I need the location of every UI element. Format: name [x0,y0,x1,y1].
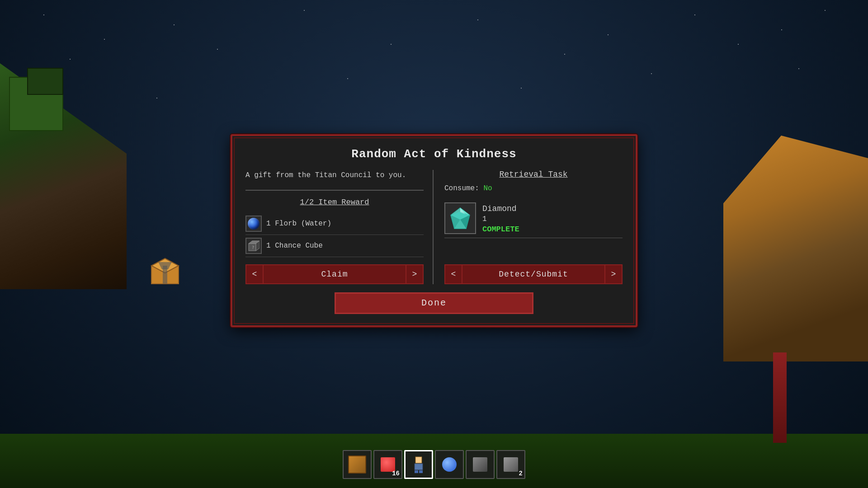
consume-value: No [483,184,492,192]
submit-btn-row: < Detect/Submit > [444,264,623,284]
submit-button[interactable]: Detect/Submit [462,264,604,284]
dialog-overlay: Random Act of Kindness A gift from the T… [0,0,868,488]
claim-button[interactable]: Claim [264,264,406,284]
dialog: Random Act of Kindness A gift from the T… [231,134,637,327]
description-text: A gift from the Titan Council to you. [245,170,424,181]
chance-cube-icon-container: ? [245,238,262,254]
left-panel: A gift from the Titan Council to you. 1/… [245,170,434,284]
consume-line: Consume: No [444,184,623,192]
reward-item-florb: 1 Florb (Water) [245,213,424,235]
done-row: Done [245,292,623,314]
task-status: COMPLETE [482,225,623,234]
claim-next-button[interactable]: > [406,264,424,284]
task-amount: 1 [482,215,623,223]
right-panel: Retrieval Task Consume: No [434,170,623,284]
claim-prev-button[interactable]: < [245,264,264,284]
reward-item-chance-cube: ? 1 Chance Cube [245,235,424,257]
submit-next-button[interactable]: > [604,264,623,284]
task-item-diamond: Diamond 1 COMPLETE [444,199,623,238]
task-info: Diamond 1 COMPLETE [482,202,623,234]
claim-btn-row: < Claim > [245,264,424,284]
dialog-title: Random Act of Kindness [245,147,623,161]
diamond-icon [448,206,472,230]
florb-icon [248,218,259,230]
chance-cube-label: 1 Chance Cube [266,242,323,250]
florb-icon-container [245,216,262,232]
reward-list: 1 Florb (Water) ? [245,213,424,257]
divider [245,190,424,191]
task-name: Diamond [482,204,623,213]
reward-header: 1/2 Item Reward [245,198,424,206]
diamond-icon-container [444,202,476,234]
retrieval-title: Retrieval Task [444,170,623,179]
svg-text:?: ? [252,245,254,250]
florb-label: 1 Florb (Water) [266,220,331,228]
submit-prev-button[interactable]: < [444,264,462,284]
done-button[interactable]: Done [335,292,533,314]
chance-cube-icon: ? [248,240,259,252]
